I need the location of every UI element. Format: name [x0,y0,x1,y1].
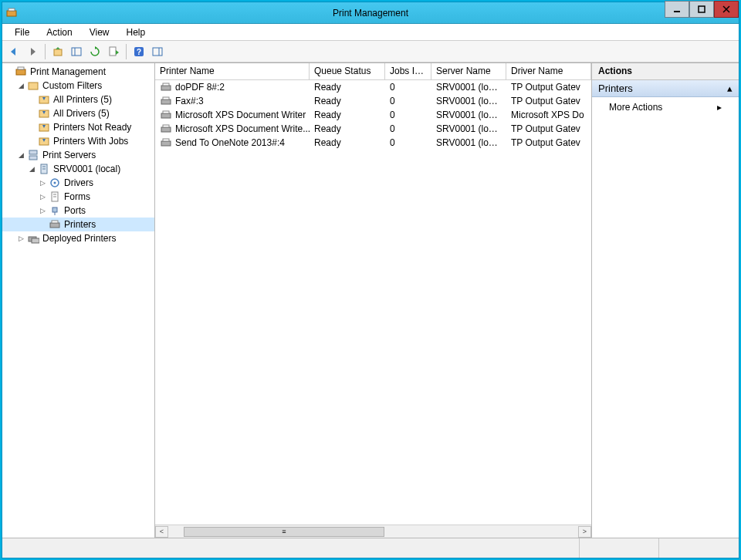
tree-label: Printers Not Ready [53,122,131,133]
svg-rect-44 [163,125,169,127]
svg-rect-15 [18,67,24,69]
scroll-left-button[interactable]: < [155,526,168,538]
menu-file[interactable]: File [7,25,37,39]
svg-rect-46 [163,139,169,141]
col-server[interactable]: Server Name [431,63,506,79]
tree-label: SRV0001 (local) [53,164,120,174]
tree-deployed-printers[interactable]: ▷ Deployed Printers [2,231,154,245]
tree-drivers[interactable]: ▷ Drivers [2,176,154,190]
minimize-button[interactable] [665,1,689,18]
table-row[interactable]: Fax#:3Ready0SRV0001 (local)TP Output Gat… [155,94,591,108]
collapse-icon: ▴ [727,83,733,94]
collapse-icon[interactable]: ◢ [16,150,25,160]
table-row[interactable]: Microsoft XPS Document Write...Ready0SRV… [155,122,591,136]
show-hide-actions-button[interactable] [149,43,166,60]
deployed-printers-icon [27,232,39,245]
col-queue-status[interactable]: Queue Status [310,63,385,79]
scroll-thumb[interactable]: ≡ [184,527,384,537]
printer-icon [160,137,172,149]
tree-printers[interactable]: Printers [2,218,154,231]
tree-label: Forms [64,191,90,202]
svg-rect-40 [163,97,169,100]
tree-label: All Printers (5) [53,94,112,105]
tree-printers-not-ready[interactable]: Printers Not Ready [2,120,154,134]
actions-more-actions[interactable]: More Actions ▸ [592,97,739,117]
cell-printer-name: Microsoft XPS Document Writer [155,109,310,121]
cell-server: SRV0001 (local) [431,123,506,134]
scroll-track[interactable]: ≡ [168,526,578,538]
tree-label: Print Servers [42,150,96,160]
cell-queue: Ready [310,137,385,148]
scroll-right-button[interactable]: > [578,526,591,538]
table-row[interactable]: Send To OneNote 2013#:4Ready0SRV0001 (lo… [155,136,591,150]
cell-driver: TP Output Gatev [506,82,591,93]
horizontal-scrollbar[interactable]: < ≡ > [155,525,591,538]
col-printer-name[interactable]: Printer Name [155,63,310,79]
expand-icon[interactable]: ▷ [38,206,47,215]
forms-icon [49,191,61,203]
scope-tree[interactable]: Print Management ◢ Custom Filters All Pr… [2,63,155,538]
toolbar-separator [126,44,127,59]
help-button[interactable]: ? [130,43,147,60]
export-list-button[interactable] [105,43,122,60]
close-button[interactable] [714,1,739,18]
svg-rect-14 [16,69,25,75]
col-driver[interactable]: Driver Name [506,63,591,79]
up-button[interactable] [49,43,66,60]
actions-category-label: Printers [598,83,633,94]
col-jobs[interactable]: Jobs In ... [385,63,431,79]
tree-server[interactable]: ◢ SRV0001 (local) [2,162,154,176]
svg-rect-39 [161,100,171,104]
actions-category[interactable]: Printers ▴ [592,80,739,97]
menu-action[interactable]: Action [39,25,80,39]
tree-ports[interactable]: ▷ Ports [2,204,154,218]
ports-icon [49,204,61,217]
svg-rect-22 [29,156,37,160]
table-row[interactable]: Microsoft XPS Document WriterReady0SRV00… [155,108,591,122]
show-hide-tree-button[interactable] [68,43,85,60]
cell-driver: TP Output Gatev [506,96,591,106]
cell-queue: Ready [310,123,385,134]
svg-rect-9 [110,47,116,56]
expand-icon[interactable]: ▷ [16,234,25,243]
expand-icon[interactable]: ▷ [38,192,47,201]
main-window: Print Management File Action View Help ? [2,2,739,558]
cell-queue: Ready [310,82,385,93]
tree-print-servers[interactable]: ◢ Print Servers [2,148,154,162]
filter-folder-icon [27,79,39,92]
menubar: File Action View Help [2,24,739,41]
nav-back-button[interactable] [5,43,22,60]
tree-printers-with-jobs[interactable]: Printers With Jobs [2,134,154,148]
table-row[interactable]: doPDF 8#:2Ready0SRV0001 (local)TP Output… [155,80,591,94]
nav-forward-button[interactable] [24,43,41,60]
statusbar-cell [2,538,580,558]
collapse-icon[interactable]: ◢ [27,164,36,174]
collapse-icon[interactable]: ◢ [16,81,25,90]
svg-rect-42 [163,111,169,113]
actions-pane: Actions Printers ▴ More Actions ▸ [592,63,739,538]
list-body[interactable]: doPDF 8#:2Ready0SRV0001 (local)TP Output… [155,80,591,525]
statusbar [2,538,739,558]
tree-label: Print Management [30,66,106,77]
tree-root[interactable]: Print Management [2,65,154,79]
svg-rect-31 [52,207,57,212]
printer-icon [160,95,172,107]
menu-view[interactable]: View [82,25,117,39]
menu-help[interactable]: Help [119,25,154,39]
svg-rect-34 [52,221,58,223]
cell-jobs: 0 [385,137,431,148]
svg-point-27 [54,182,56,184]
refresh-button[interactable] [86,43,103,60]
tree-all-printers[interactable]: All Printers (5) [2,93,154,106]
cell-driver: TP Output Gatev [506,123,591,134]
expand-icon[interactable]: ▷ [38,178,47,187]
tree-label: Custom Filters [42,80,102,91]
tree-custom-filters[interactable]: ◢ Custom Filters [2,79,154,93]
statusbar-cell [659,538,739,558]
maximize-button[interactable] [689,1,714,18]
server-group-icon [27,149,39,161]
printer-icon [49,218,61,231]
tree-all-drivers[interactable]: All Drivers (5) [2,106,154,120]
tree-forms[interactable]: ▷ Forms [2,190,154,204]
svg-rect-1 [8,8,15,11]
